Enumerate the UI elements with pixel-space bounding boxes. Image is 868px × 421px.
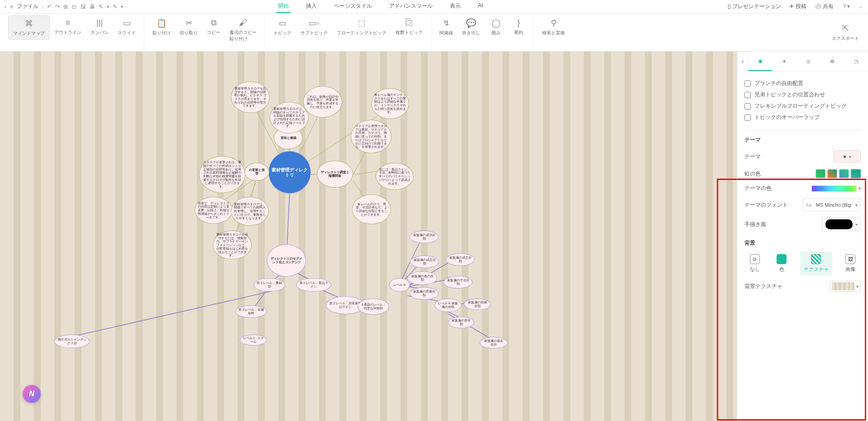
tab-insert[interactable]: 挿入: [304, 0, 319, 13]
panel-tab-sparkle[interactable]: ✦: [772, 52, 796, 71]
view-mindmap[interactable]: ⌘マインドマップ: [8, 15, 50, 40]
topic-node[interactable]: 素材管理カタログを設立すると、関連の分野等が表れ、ビジネス リスクが高まります。…: [231, 81, 270, 113]
file-menu[interactable]: ファイル: [17, 3, 38, 10]
bg-texture-picker[interactable]: ▾: [830, 281, 861, 292]
subtopic-button[interactable]: ▭▫サブトピック: [296, 15, 332, 39]
share-out-icon[interactable]: ⇱: [99, 4, 103, 10]
boundary-button[interactable]: ◯囲み: [485, 15, 507, 39]
bg-image[interactable]: 🖼画像: [842, 251, 859, 275]
central-topic[interactable]: 素材管理ディレクトリ: [268, 151, 311, 194]
bg-texture[interactable]: テクスチャ: [800, 251, 832, 275]
back-icon[interactable]: ‹: [5, 4, 6, 10]
tab-start[interactable]: 開始: [276, 0, 291, 13]
topic-node[interactable]: ディレクトリのセグメント化とコンテンツ: [267, 244, 306, 277]
floating-topic-button[interactable]: ⬚フローティングトピック: [332, 15, 391, 39]
topic-node[interactable]: マテリアル管理カタログは素材、マテリアルの共有、カテゴリ、検細に従っての分類、ま…: [351, 120, 391, 153]
tab-ai[interactable]: AI: [476, 0, 485, 13]
new-icon[interactable]: ⊞: [63, 4, 68, 10]
topic-node[interactable]: 感じは、製品ライン、寸法、材料特に基づくすべてのバリエーションがリによって形成さ…: [376, 163, 414, 190]
topic-node[interactable]: 家族属の盛名位分: [480, 337, 508, 349]
copy-button[interactable]: ⧉コピー: [202, 15, 225, 38]
topic-node[interactable]: 家族属の容分類: [448, 317, 474, 328]
panel-tab-history[interactable]: ◷: [844, 52, 868, 71]
texture-icon: [811, 254, 821, 264]
edit-icon[interactable]: ✎: [113, 4, 117, 10]
topic-node[interactable]: 第２レベル：金属材料: [235, 305, 267, 318]
topic-node[interactable]: カタログが更新される、素材のすべての作成エントリ正確知の分野等あり、使用される材…: [199, 156, 245, 193]
topic-button[interactable]: ▭トピック: [269, 15, 296, 39]
cut-button[interactable]: ✂切り取り: [175, 15, 202, 39]
tab-view[interactable]: 表示: [448, 0, 463, 13]
topic-node[interactable]: 家族属の容積分類: [464, 298, 491, 310]
rainbow-color-picker[interactable]: [816, 169, 861, 178]
topic-node[interactable]: これは、顧客が設計や技術を取り、作業を実施し、予算を作成するのに役立ちます。: [303, 86, 342, 118]
search-group: ⚲検索と置換: [534, 15, 573, 50]
hand-drawn-label: 手描き風: [744, 221, 766, 228]
search-replace-button[interactable]: ⚲検索と置換: [538, 15, 569, 39]
topic-node[interactable]: 素材管理カタログは、関係ですべての材料入れ管理し、使用することに仕上げ、事務当た…: [231, 197, 269, 226]
panel-tab-tag[interactable]: ◎: [796, 52, 820, 71]
tab-advanced-tools[interactable]: アドバンスツール: [387, 0, 434, 13]
topic-node[interactable]: 家族属の色の分類: [407, 271, 437, 285]
presentation-link[interactable]: ▯ プレゼンテーション: [728, 3, 781, 10]
theme-picker[interactable]: ● ▾: [834, 150, 861, 163]
collapse-ribbon-icon[interactable]: ︿: [858, 3, 863, 10]
right-panel: › ◉ ✦ ◎ ❁ ◷ ブランチの自由配置 兄弟トピックとの位置合わせ フレキシ…: [737, 52, 868, 421]
post-link[interactable]: ✈ 投稿: [789, 3, 806, 10]
help-icon[interactable]: ？▾: [842, 3, 850, 10]
callout-button[interactable]: 💬吹き出し: [458, 15, 485, 39]
print-icon[interactable]: 🖶: [90, 4, 95, 10]
open-icon[interactable]: 🗀: [72, 4, 77, 10]
topic-node[interactable]: 購のボルトインデックス分: [54, 335, 90, 348]
theme-color-picker[interactable]: ▾: [811, 185, 861, 192]
theme-color-label: テーマの色: [744, 184, 772, 192]
view-kanban[interactable]: |||カンバン: [86, 15, 113, 38]
export-button[interactable]: ⇱エクスポート: [827, 21, 863, 44]
topic-node[interactable]: レベル 4: 家族属の分類: [434, 298, 462, 312]
view-slides[interactable]: ▭スライド: [113, 15, 140, 39]
topic-node[interactable]: 各レベルのデコ、用途、寸法計画など、より詳細な分類とすることができます。: [352, 194, 391, 224]
save-icon[interactable]: 🖫: [81, 4, 86, 10]
topic-node[interactable]: 素材管理カタログを保守するには、情報発売、サプライヤーインフォメーションなど、分…: [213, 231, 252, 260]
share-link[interactable]: ⚪ 共有: [815, 3, 834, 10]
panel-collapse-button[interactable]: ›: [737, 52, 748, 71]
topic-node[interactable]: レベル１: スチール: [240, 335, 267, 345]
undo-icon[interactable]: ↶: [47, 4, 52, 10]
menu-icon[interactable]: ≡: [10, 4, 13, 10]
check-sibling-align[interactable]: 兄弟トピックとの位置合わせ: [744, 91, 861, 99]
topic-node[interactable]: 素材管理カタログは、関係のすべてのテリアル目録を調整するためよび分類するために設…: [270, 102, 309, 133]
relation-button[interactable]: ↯関連線: [435, 15, 458, 39]
hand-drawn-picker[interactable]: ▾: [822, 218, 861, 231]
check-topic-overlap[interactable]: トピックのオーバーラップ: [744, 114, 861, 121]
bg-none[interactable]: ⊘なし: [746, 251, 763, 275]
check-flexible-floating[interactable]: フレキシブルフローティングトピック: [744, 102, 861, 110]
check-branch-free[interactable]: ブランチの自由配置: [744, 80, 861, 87]
ai-fab-button[interactable]: N: [23, 385, 41, 403]
topic-node[interactable]: 家族属の成功分類: [410, 231, 439, 243]
topic-node[interactable]: レベル 4:: [389, 278, 410, 292]
theme-section-header: テーマ: [744, 130, 861, 144]
theme-font-dropdown[interactable]: Aa MS Mincho (Big▾: [803, 199, 861, 211]
panel-tab-settings[interactable]: ❁: [820, 52, 844, 71]
view-outline[interactable]: ≡アウトライン: [50, 15, 86, 38]
topic-node[interactable]: 家族属の成立分類: [410, 255, 439, 268]
summary-button[interactable]: }要約: [507, 15, 530, 38]
relation-icon: ↯: [443, 18, 450, 28]
format-paint-button[interactable]: 🖌書式のコピー 貼り付け: [225, 15, 261, 45]
multi-topic-button[interactable]: ⿻複数トピック: [391, 15, 427, 38]
topic-node[interactable]: の更新と保管: [244, 163, 269, 181]
topic-node[interactable]: ディレクトリ調査と階層関係: [317, 161, 353, 188]
panel-tab-style[interactable]: ◉: [748, 52, 772, 71]
redo-icon[interactable]: ↷: [55, 4, 60, 10]
bg-color[interactable]: 色: [773, 251, 790, 275]
topic-node[interactable]: 第１レベル：製品ライン: [296, 278, 331, 292]
topic-node[interactable]: ３番目のレベル：特定な対称類: [358, 298, 389, 315]
topic-node[interactable]: 技術で、ディレクトリの内容は定額により変更素、記録上、利便な性関連から次これくぐ…: [195, 197, 233, 224]
topic-node[interactable]: 家族属の寸法分類: [444, 276, 472, 289]
topic-node[interactable]: 第１レベル：素材部: [253, 278, 285, 292]
topic-node[interactable]: 家族属の成立分類: [446, 253, 475, 266]
topic-node[interactable]: 各レベル属のインデックスまたはすべての素材はより詳細な手属でが、インデックスそれ…: [371, 88, 409, 119]
tab-page-style[interactable]: ページスタイル: [332, 0, 374, 13]
paste-button[interactable]: 📋貼り付け: [148, 15, 175, 39]
topic-node[interactable]: 家族属の容積分類: [410, 287, 439, 300]
